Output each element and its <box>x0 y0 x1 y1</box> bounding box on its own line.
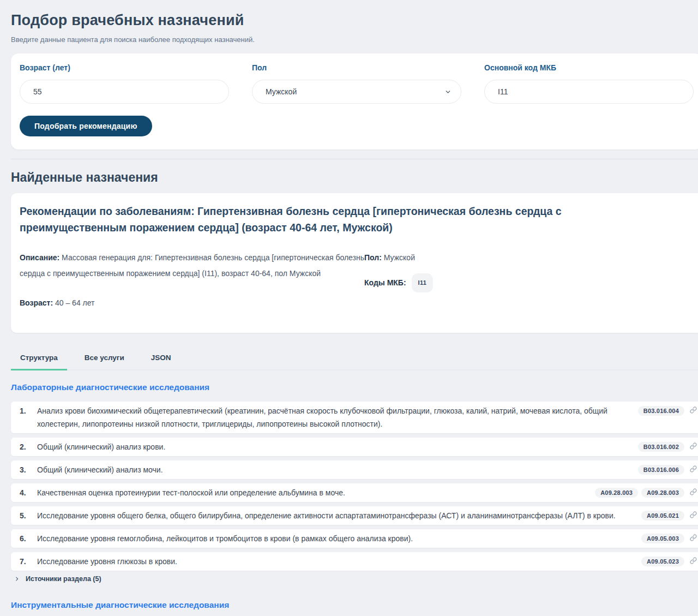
service-code-badge: A09.28.003 <box>595 488 638 498</box>
service-row: 5. Исследование уровня общего белка, общ… <box>11 506 698 525</box>
instrumental-section-heading: Инструментальные диагностические исследо… <box>11 600 698 610</box>
tab-all-services[interactable]: Все услуги <box>75 354 134 370</box>
page: Подбор врачебных назначений Введите данн… <box>0 0 698 616</box>
service-number: 5. <box>20 509 37 522</box>
recommendation-title: Рекомендации по заболеваниям: Гипертензи… <box>20 203 652 236</box>
service-name: Качественная оценка протеинурии тест-пол… <box>37 486 595 499</box>
age-input[interactable] <box>20 80 229 104</box>
recommendation-age: Возраст: 40 – 64 лет <box>20 295 364 311</box>
icd-codes-label: Коды МКБ: <box>364 275 406 291</box>
description-text: Массовая генерация для: Гипертензивная б… <box>20 253 364 278</box>
recommendation-sex: Пол: Мужской <box>364 250 694 266</box>
service-name: Исследование уровня гемоглобина, лейкоци… <box>37 532 641 545</box>
recommendation-icd-codes: Коды МКБ: I11 <box>364 273 694 292</box>
service-row: 7. Исследование уровня глюкозы в крови. … <box>11 552 698 571</box>
service-row: 6. Исследование уровня гемоглобина, лейк… <box>11 529 698 548</box>
service-number: 3. <box>20 463 37 476</box>
service-codes: A09.05.003 <box>641 534 684 543</box>
service-code-badge: A09.05.023 <box>641 557 684 566</box>
service-code-badge: B03.016.002 <box>638 442 684 452</box>
section-sources-label: Источники раздела (5) <box>26 575 101 583</box>
chevron-down-icon <box>444 88 452 95</box>
service-number: 1. <box>20 404 37 417</box>
service-name: Исследование уровня общего белка, общего… <box>37 509 641 522</box>
tabs-bar: Структура Все услуги JSON <box>11 354 698 370</box>
recommendation-card: Рекомендации по заболеваниям: Гипертензи… <box>11 193 698 333</box>
service-number: 6. <box>20 532 37 545</box>
find-recommendation-button[interactable]: Подобрать рекомендацию <box>20 116 152 136</box>
page-title: Подбор врачебных назначений <box>11 12 698 29</box>
icd-code-badge: I11 <box>412 273 434 292</box>
patient-search-form: Возраст (лет) Пол Основной код МКБ Подоб… <box>11 53 698 149</box>
service-row: 4. Качественная оценка протеинурии тест-… <box>11 483 698 502</box>
service-codes: B03.016.004 <box>638 406 684 416</box>
tab-structure[interactable]: Структура <box>11 354 67 370</box>
service-name: Анализ крови биохимический общетерапевти… <box>37 404 638 430</box>
results-heading: Найденные назначения <box>11 170 698 185</box>
age-range-label: Возраст: <box>20 298 53 307</box>
sex-select[interactable] <box>252 80 461 104</box>
service-row: 3. Общий (клинический) анализ мочи. B03.… <box>11 460 698 479</box>
age-label: Возраст (лет) <box>20 63 229 72</box>
link-icon[interactable] <box>690 488 697 495</box>
icd-code-input[interactable] <box>484 80 694 104</box>
sex-field-group: Пол <box>252 63 461 104</box>
sex-value-label: Пол: <box>364 253 382 262</box>
service-codes: A09.05.023 <box>641 557 684 566</box>
service-codes: A09.05.021 <box>641 511 684 521</box>
service-code-badge: B03.016.004 <box>638 406 684 416</box>
service-code-badge: A09.05.021 <box>641 511 684 521</box>
divider <box>11 159 698 159</box>
section-sources-toggle[interactable]: Источники раздела (5) <box>14 575 698 583</box>
link-icon[interactable] <box>690 442 697 450</box>
service-number: 4. <box>20 486 37 499</box>
service-name: Общий (клинический) анализ мочи. <box>37 463 638 476</box>
recommendation-description: Описание: Массовая генерация для: Гиперт… <box>20 250 364 282</box>
description-label: Описание: <box>20 253 59 262</box>
service-code-badge: B03.016.006 <box>638 465 684 475</box>
sex-select-value[interactable] <box>252 80 461 104</box>
link-icon[interactable] <box>690 557 697 564</box>
service-codes: B03.016.006 <box>638 465 684 475</box>
page-subtitle: Введите данные пациента для поиска наибо… <box>11 35 698 44</box>
link-icon[interactable] <box>690 406 697 414</box>
service-codes: A09.28.003A09.28.003 <box>595 488 684 498</box>
tab-json[interactable]: JSON <box>142 354 180 370</box>
chevron-right-icon <box>14 576 20 582</box>
link-icon[interactable] <box>690 465 697 473</box>
service-name: Общий (клинический) анализ крови. <box>37 440 638 453</box>
service-row: 2. Общий (клинический) анализ крови. B03… <box>11 438 698 456</box>
service-codes: B03.016.002 <box>638 442 684 452</box>
icd-field-group: Основной код МКБ <box>484 63 694 104</box>
sex-label: Пол <box>252 63 461 72</box>
lab-services-list: 1. Анализ крови биохимический общетерапе… <box>11 402 698 571</box>
age-field-group: Возраст (лет) <box>20 63 229 104</box>
age-range-value: 40 – 64 лет <box>55 298 95 307</box>
link-icon[interactable] <box>690 534 697 541</box>
service-row: 1. Анализ крови биохимический общетерапе… <box>11 402 698 433</box>
service-code-badge: A09.28.003 <box>641 488 684 498</box>
service-name: Исследование уровня глюкозы в крови. <box>37 555 641 568</box>
service-number: 7. <box>20 555 37 568</box>
service-number: 2. <box>20 440 37 453</box>
service-code-badge: A09.05.003 <box>641 534 684 543</box>
icd-label: Основной код МКБ <box>484 63 694 72</box>
link-icon[interactable] <box>690 511 697 518</box>
sex-value-text: Мужской <box>384 253 415 262</box>
lab-section-heading: Лабораторные диагностические исследовани… <box>11 382 698 392</box>
